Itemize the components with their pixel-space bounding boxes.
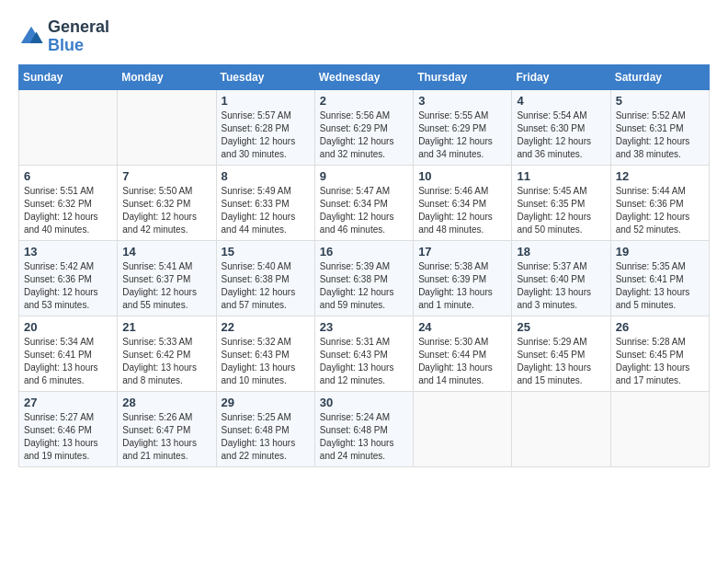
day-number: 19 (616, 245, 704, 259)
calendar-cell (414, 391, 512, 466)
day-number: 27 (24, 396, 112, 409)
day-number: 1 (222, 94, 310, 108)
calendar-cell: 14Sunrise: 5:41 AM Sunset: 6:37 PM Dayli… (118, 240, 216, 316)
day-number: 30 (320, 396, 408, 409)
day-info: Sunrise: 5:57 AM Sunset: 6:28 PM Dayligh… (222, 109, 310, 161)
weekday-header-tuesday: Tuesday (216, 64, 314, 89)
calendar-cell: 12Sunrise: 5:44 AM Sunset: 6:36 PM Dayli… (610, 165, 709, 240)
day-number: 6 (24, 169, 112, 183)
day-info: Sunrise: 5:26 AM Sunset: 6:47 PM Dayligh… (122, 411, 210, 463)
calendar-week-2: 13Sunrise: 5:42 AM Sunset: 6:36 PM Dayli… (19, 240, 710, 316)
day-number: 8 (222, 169, 310, 183)
calendar-cell: 4Sunrise: 5:54 AM Sunset: 6:30 PM Daylig… (512, 89, 610, 165)
weekday-header-friday: Friday (512, 64, 610, 89)
day-info: Sunrise: 5:33 AM Sunset: 6:42 PM Dayligh… (122, 336, 210, 387)
day-info: Sunrise: 5:42 AM Sunset: 6:36 PM Dayligh… (24, 260, 112, 312)
calendar-cell: 20Sunrise: 5:34 AM Sunset: 6:41 PM Dayli… (19, 316, 118, 391)
day-info: Sunrise: 5:41 AM Sunset: 6:37 PM Dayligh… (122, 260, 210, 312)
calendar-cell: 17Sunrise: 5:38 AM Sunset: 6:39 PM Dayli… (414, 240, 512, 316)
day-number: 9 (320, 169, 408, 183)
weekday-row: SundayMondayTuesdayWednesdayThursdayFrid… (19, 64, 710, 89)
calendar-cell: 18Sunrise: 5:37 AM Sunset: 6:40 PM Dayli… (512, 240, 610, 316)
calendar-cell: 21Sunrise: 5:33 AM Sunset: 6:42 PM Dayli… (118, 316, 216, 391)
day-number: 23 (320, 320, 408, 334)
calendar-cell: 25Sunrise: 5:29 AM Sunset: 6:45 PM Dayli… (512, 316, 610, 391)
day-number: 15 (222, 245, 310, 259)
logo: General Blue (18, 18, 109, 55)
day-number: 28 (122, 396, 210, 409)
day-info: Sunrise: 5:47 AM Sunset: 6:34 PM Dayligh… (320, 185, 408, 236)
day-info: Sunrise: 5:24 AM Sunset: 6:48 PM Dayligh… (320, 411, 408, 463)
calendar-week-3: 20Sunrise: 5:34 AM Sunset: 6:41 PM Dayli… (19, 316, 710, 391)
calendar-header: SundayMondayTuesdayWednesdayThursdayFrid… (19, 64, 710, 89)
day-number: 12 (616, 169, 704, 183)
day-number: 13 (24, 245, 112, 259)
day-info: Sunrise: 5:27 AM Sunset: 6:46 PM Dayligh… (24, 411, 112, 463)
weekday-header-monday: Monday (118, 64, 216, 89)
calendar-cell: 1Sunrise: 5:57 AM Sunset: 6:28 PM Daylig… (216, 89, 314, 165)
calendar-cell: 8Sunrise: 5:49 AM Sunset: 6:33 PM Daylig… (216, 165, 314, 240)
calendar-week-0: 1Sunrise: 5:57 AM Sunset: 6:28 PM Daylig… (19, 89, 710, 165)
day-number: 17 (418, 245, 506, 259)
calendar-cell: 28Sunrise: 5:26 AM Sunset: 6:47 PM Dayli… (118, 391, 216, 466)
day-number: 21 (122, 320, 210, 334)
calendar-cell: 5Sunrise: 5:52 AM Sunset: 6:31 PM Daylig… (610, 89, 709, 165)
day-number: 29 (222, 396, 310, 409)
calendar-cell: 6Sunrise: 5:51 AM Sunset: 6:32 PM Daylig… (19, 165, 118, 240)
calendar-week-1: 6Sunrise: 5:51 AM Sunset: 6:32 PM Daylig… (19, 165, 710, 240)
page-header: General Blue (18, 18, 710, 55)
calendar-cell: 11Sunrise: 5:45 AM Sunset: 6:35 PM Dayli… (512, 165, 610, 240)
day-info: Sunrise: 5:39 AM Sunset: 6:38 PM Dayligh… (320, 260, 408, 312)
day-number: 26 (616, 320, 704, 334)
calendar-cell: 27Sunrise: 5:27 AM Sunset: 6:46 PM Dayli… (19, 391, 118, 466)
weekday-header-wednesday: Wednesday (314, 64, 413, 89)
day-number: 7 (122, 169, 210, 183)
calendar-cell: 2Sunrise: 5:56 AM Sunset: 6:29 PM Daylig… (314, 89, 413, 165)
day-number: 16 (320, 245, 408, 259)
calendar-cell (19, 89, 118, 165)
calendar-cell: 15Sunrise: 5:40 AM Sunset: 6:38 PM Dayli… (216, 240, 314, 316)
day-number: 20 (24, 320, 112, 334)
day-info: Sunrise: 5:28 AM Sunset: 6:45 PM Dayligh… (616, 336, 704, 387)
weekday-header-sunday: Sunday (19, 64, 118, 89)
calendar-cell (118, 89, 216, 165)
day-info: Sunrise: 5:25 AM Sunset: 6:48 PM Dayligh… (222, 411, 310, 463)
weekday-header-thursday: Thursday (414, 64, 512, 89)
day-number: 24 (418, 320, 506, 334)
calendar-cell: 30Sunrise: 5:24 AM Sunset: 6:48 PM Dayli… (314, 391, 413, 466)
calendar-cell: 24Sunrise: 5:30 AM Sunset: 6:44 PM Dayli… (414, 316, 512, 391)
day-number: 2 (320, 94, 408, 108)
logo-text: General Blue (48, 18, 109, 55)
calendar-table: SundayMondayTuesdayWednesdayThursdayFrid… (18, 64, 710, 467)
day-info: Sunrise: 5:55 AM Sunset: 6:29 PM Dayligh… (418, 109, 506, 161)
day-info: Sunrise: 5:29 AM Sunset: 6:45 PM Dayligh… (517, 336, 605, 387)
calendar-cell: 19Sunrise: 5:35 AM Sunset: 6:41 PM Dayli… (610, 240, 709, 316)
day-info: Sunrise: 5:50 AM Sunset: 6:32 PM Dayligh… (122, 185, 210, 236)
calendar-cell: 29Sunrise: 5:25 AM Sunset: 6:48 PM Dayli… (216, 391, 314, 466)
day-info: Sunrise: 5:38 AM Sunset: 6:39 PM Dayligh… (418, 260, 506, 312)
calendar-week-4: 27Sunrise: 5:27 AM Sunset: 6:46 PM Dayli… (19, 391, 710, 466)
day-info: Sunrise: 5:30 AM Sunset: 6:44 PM Dayligh… (418, 336, 506, 387)
day-info: Sunrise: 5:37 AM Sunset: 6:40 PM Dayligh… (517, 260, 605, 312)
calendar-cell: 22Sunrise: 5:32 AM Sunset: 6:43 PM Dayli… (216, 316, 314, 391)
day-number: 18 (517, 245, 605, 259)
day-info: Sunrise: 5:46 AM Sunset: 6:34 PM Dayligh… (418, 185, 506, 236)
calendar-cell (512, 391, 610, 466)
calendar-cell: 7Sunrise: 5:50 AM Sunset: 6:32 PM Daylig… (118, 165, 216, 240)
day-info: Sunrise: 5:32 AM Sunset: 6:43 PM Dayligh… (222, 336, 310, 387)
day-info: Sunrise: 5:49 AM Sunset: 6:33 PM Dayligh… (222, 185, 310, 236)
day-number: 11 (517, 169, 605, 183)
calendar-cell: 23Sunrise: 5:31 AM Sunset: 6:43 PM Dayli… (314, 316, 413, 391)
day-number: 10 (418, 169, 506, 183)
logo-icon (18, 24, 44, 50)
day-number: 4 (517, 94, 605, 108)
day-info: Sunrise: 5:56 AM Sunset: 6:29 PM Dayligh… (320, 109, 408, 161)
calendar-cell: 16Sunrise: 5:39 AM Sunset: 6:38 PM Dayli… (314, 240, 413, 316)
day-info: Sunrise: 5:44 AM Sunset: 6:36 PM Dayligh… (616, 185, 704, 236)
day-info: Sunrise: 5:52 AM Sunset: 6:31 PM Dayligh… (616, 109, 704, 161)
day-info: Sunrise: 5:34 AM Sunset: 6:41 PM Dayligh… (24, 336, 112, 387)
day-info: Sunrise: 5:51 AM Sunset: 6:32 PM Dayligh… (24, 185, 112, 236)
calendar-cell: 9Sunrise: 5:47 AM Sunset: 6:34 PM Daylig… (314, 165, 413, 240)
day-info: Sunrise: 5:45 AM Sunset: 6:35 PM Dayligh… (517, 185, 605, 236)
day-number: 25 (517, 320, 605, 334)
